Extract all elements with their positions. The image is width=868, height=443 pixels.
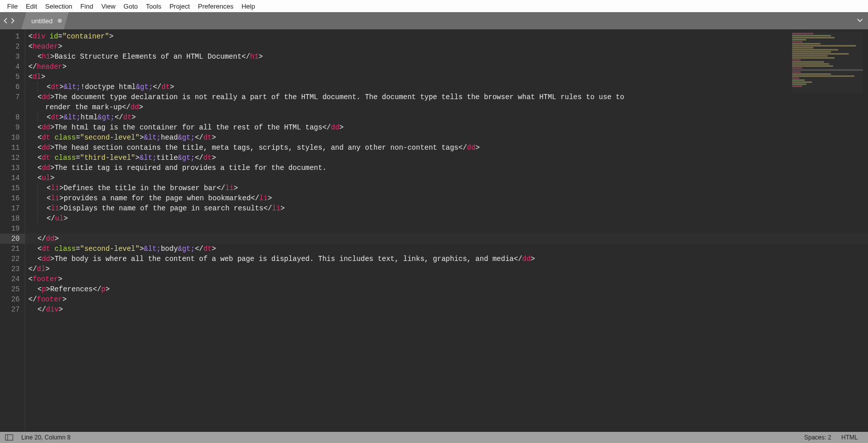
- menu-help[interactable]: Help: [237, 1, 259, 12]
- code-line[interactable]: [28, 224, 868, 234]
- code-line[interactable]: render the mark-up</dd>: [28, 102, 868, 112]
- line-number[interactable]: 3: [0, 52, 20, 62]
- line-number[interactable]: 15: [0, 183, 20, 193]
- svg-rect-0: [6, 435, 13, 440]
- code-line[interactable]: <header>: [28, 41, 868, 52]
- code-line[interactable]: <footer>: [28, 274, 868, 284]
- status-bar: Line 20, Column 8 Spaces: 2 HTML: [0, 432, 868, 443]
- line-number[interactable]: 20: [0, 234, 25, 244]
- code-line[interactable]: <li>Defines the title in the browser bar…: [28, 183, 868, 193]
- line-number[interactable]: 23: [0, 264, 20, 274]
- line-number[interactable]: 16: [0, 193, 20, 203]
- syntax-mode[interactable]: HTML: [836, 434, 863, 441]
- line-number[interactable]: 24: [0, 274, 20, 284]
- menu-find[interactable]: Find: [76, 1, 97, 12]
- dirty-indicator-icon: [58, 19, 62, 23]
- code-line[interactable]: </footer>: [28, 294, 868, 304]
- code-line[interactable]: <dd>The title tag is required and provid…: [28, 163, 868, 173]
- line-number[interactable]: 2: [0, 41, 20, 52]
- menu-view[interactable]: View: [97, 1, 119, 12]
- line-number[interactable]: 4: [0, 62, 20, 72]
- nav-arrows[interactable]: [0, 12, 18, 29]
- code-line[interactable]: </dd>: [28, 234, 868, 244]
- code-line[interactable]: <p>References</p>: [28, 284, 868, 294]
- line-number[interactable]: 21: [0, 244, 20, 254]
- nav-back-icon[interactable]: [3, 18, 9, 24]
- code-line[interactable]: <ul>: [28, 173, 868, 183]
- tab-title: untitled: [31, 17, 53, 25]
- code-area[interactable]: <div id="container"><header><h1>Basic St…: [25, 29, 868, 432]
- line-number[interactable]: 22: [0, 254, 20, 264]
- line-number[interactable]: 17: [0, 203, 20, 213]
- nav-forward-icon[interactable]: [10, 18, 16, 24]
- gutter[interactable]: 1234567891011121314151617181920212223242…: [0, 29, 25, 432]
- menu-preferences[interactable]: Preferences: [194, 1, 237, 12]
- line-number[interactable]: 8: [0, 112, 20, 122]
- line-number[interactable]: 26: [0, 294, 20, 304]
- line-number[interactable]: 13: [0, 163, 20, 173]
- line-number[interactable]: 12: [0, 153, 20, 163]
- indent-setting[interactable]: Spaces: 2: [799, 434, 836, 441]
- panel-icon[interactable]: [5, 434, 13, 440]
- code-line[interactable]: </div>: [28, 304, 868, 315]
- code-line[interactable]: <dt>&lt;html&gt;</dt>: [28, 112, 868, 122]
- code-line[interactable]: <dd>The body is where all the content of…: [28, 254, 868, 264]
- code-line[interactable]: </header>: [28, 62, 868, 72]
- menu-project[interactable]: Project: [166, 1, 194, 12]
- code-line[interactable]: </ul>: [28, 213, 868, 224]
- editor: 1234567891011121314151617181920212223242…: [0, 29, 868, 432]
- code-line[interactable]: <dd>The document type declaration is not…: [28, 92, 868, 102]
- line-number[interactable]: 19: [0, 224, 20, 234]
- menu-edit[interactable]: Edit: [22, 1, 41, 12]
- code-line[interactable]: <div id="container">: [28, 31, 868, 41]
- cursor-position[interactable]: Line 20, Column 8: [16, 434, 75, 441]
- line-number[interactable]: 10: [0, 132, 20, 143]
- line-number[interactable]: 6: [0, 82, 20, 92]
- line-number[interactable]: [0, 102, 20, 112]
- code-line[interactable]: <dd>The head section contains the title,…: [28, 143, 868, 153]
- code-line[interactable]: <li>provides a name for the page when bo…: [28, 193, 868, 203]
- line-number[interactable]: 25: [0, 284, 20, 294]
- code-line[interactable]: <dl>: [28, 72, 868, 82]
- line-number[interactable]: 5: [0, 72, 20, 82]
- tab-strip: untitled: [0, 12, 868, 29]
- minimap[interactable]: [792, 32, 863, 93]
- code-line[interactable]: <dt>&lt;!doctype html&gt;</dt>: [28, 82, 868, 92]
- menu-tools[interactable]: Tools: [142, 1, 165, 12]
- menu-file[interactable]: File: [3, 1, 22, 12]
- code-line[interactable]: <h1>Basic Structure Elements of an HTML …: [28, 52, 868, 62]
- tab-dropdown-button[interactable]: [857, 16, 863, 25]
- code-line[interactable]: <dt class="second-level">&lt;body&gt;</d…: [28, 244, 868, 254]
- code-line[interactable]: </dl>: [28, 264, 868, 274]
- menu-selection[interactable]: Selection: [41, 1, 76, 12]
- line-number[interactable]: 14: [0, 173, 20, 183]
- code-line[interactable]: <dt class="third-level">&lt;title&gt;</d…: [28, 153, 868, 163]
- line-number[interactable]: 11: [0, 143, 20, 153]
- line-number[interactable]: 27: [0, 304, 20, 315]
- line-number[interactable]: 7: [0, 92, 20, 102]
- line-number[interactable]: 1: [0, 31, 20, 41]
- line-number[interactable]: 9: [0, 122, 20, 132]
- code-line[interactable]: <dt class="second-level">&lt;head&gt;</d…: [28, 132, 868, 143]
- code-line[interactable]: <li>Displays the name of the page in sea…: [28, 203, 868, 213]
- menu-goto[interactable]: Goto: [119, 1, 142, 12]
- menu-bar: FileEditSelectionFindViewGotoToolsProjec…: [0, 0, 868, 12]
- line-number[interactable]: 18: [0, 213, 20, 224]
- code-line[interactable]: <dd>The html tag is the container for al…: [28, 122, 868, 132]
- tab-untitled[interactable]: untitled: [21, 12, 69, 29]
- chevron-down-icon: [857, 17, 863, 23]
